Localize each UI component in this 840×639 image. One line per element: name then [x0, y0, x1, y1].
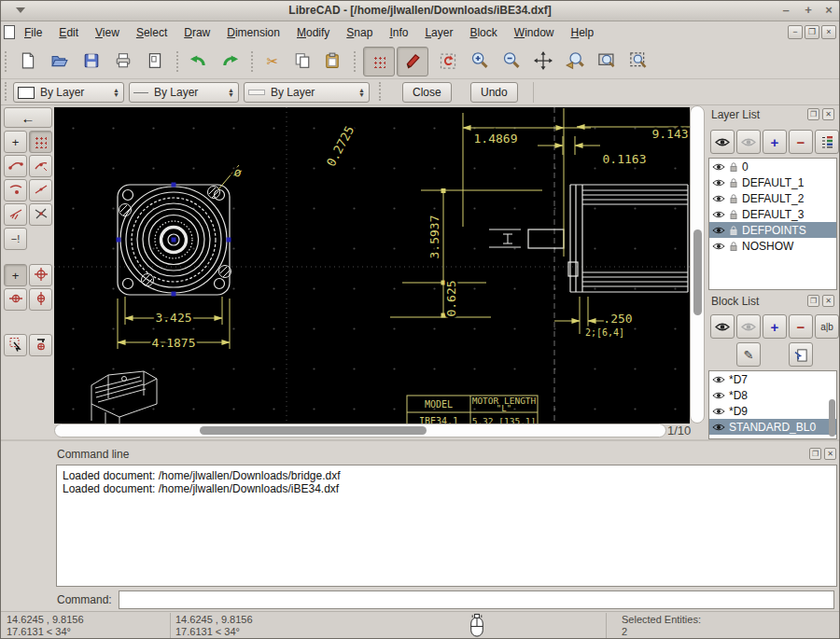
block-row[interactable]: *D8 [709, 387, 836, 403]
lock-relative-zero-button[interactable] [29, 334, 52, 356]
zoom-in-button[interactable] [464, 47, 496, 76]
layer-row[interactable]: NOSHOW [709, 238, 836, 254]
command-log[interactable]: Loaded document: /home/jlwallen/Download… [56, 465, 837, 587]
eye-icon[interactable] [712, 391, 725, 400]
previous-view-button[interactable] [559, 47, 591, 76]
layer-attributes-button[interactable] [815, 130, 839, 154]
restrict-horizontal-button[interactable] [4, 288, 27, 311]
menu-select[interactable]: Select [128, 21, 175, 44]
block-row-selected[interactable]: STANDARD_BL0 [709, 419, 836, 435]
eye-icon[interactable] [712, 407, 725, 416]
block-row[interactable]: *D9 [709, 403, 836, 419]
lock-icon[interactable] [729, 225, 738, 236]
close-panel-icon[interactable]: ✕ [822, 295, 834, 307]
float-panel-icon[interactable]: ❐ [807, 108, 819, 120]
draft-mode-button[interactable] [397, 47, 428, 76]
menu-window[interactable]: Window [506, 21, 563, 44]
layer-show-all-button[interactable] [710, 130, 735, 154]
block-show-all-button[interactable] [710, 314, 735, 339]
menu-view[interactable]: View [87, 21, 128, 44]
eye-icon[interactable] [712, 226, 725, 235]
auto-zoom-button[interactable] [527, 47, 559, 76]
insert-block-button[interactable] [789, 342, 813, 367]
drawing-canvas[interactable]: 3.425 4.1875 0.2725 1.4869 9.143 0.1163 … [54, 105, 690, 424]
mdi-minimize-icon[interactable]: − [788, 25, 803, 39]
copy-button[interactable] [287, 47, 318, 76]
lock-icon[interactable] [729, 241, 738, 252]
float-panel-icon[interactable]: ❐ [809, 448, 821, 460]
snap-on-entity-button[interactable] [29, 155, 52, 177]
save-button[interactable] [76, 47, 107, 76]
grid-toggle-button[interactable] [363, 47, 395, 76]
vertical-scroll-thumb[interactable] [693, 229, 702, 315]
close-icon[interactable]: × [820, 1, 837, 20]
edit-block-button[interactable]: ✎ [736, 342, 761, 367]
open-button[interactable] [44, 47, 76, 76]
eye-icon[interactable] [712, 210, 725, 219]
lock-icon[interactable] [729, 209, 738, 220]
menu-info[interactable]: Info [381, 21, 416, 44]
eye-icon[interactable] [712, 375, 725, 384]
layer-row[interactable]: DEFAULT_3 [709, 206, 836, 222]
redo-button[interactable] [215, 47, 246, 76]
menu-edit[interactable]: Edit [50, 21, 87, 44]
minimize-icon[interactable]: – [777, 1, 794, 20]
snap-middle-button[interactable] [29, 179, 52, 201]
restrict-nothing-button[interactable]: −! [4, 228, 27, 250]
snap-free-button[interactable]: + [4, 131, 27, 153]
menu-file[interactable]: File [16, 21, 50, 44]
zoom-out-button[interactable] [496, 47, 527, 76]
menu-snap[interactable]: Snap [338, 21, 381, 44]
layer-row[interactable]: DEFAULT_2 [709, 190, 836, 206]
paste-button[interactable] [316, 47, 348, 76]
layer-hide-all-button[interactable] [736, 130, 761, 154]
snap-grid-button[interactable] [29, 131, 52, 153]
canvas-horizontal-scrollbar[interactable] [54, 424, 666, 438]
pen-color-select[interactable]: By Layer ▲▼ [13, 82, 124, 103]
snap-center-button[interactable] [4, 179, 27, 201]
remove-layer-button[interactable]: − [789, 130, 813, 154]
close-drawing-button[interactable]: Close [402, 82, 452, 103]
lock-icon[interactable] [729, 161, 738, 173]
canvas-vertical-scrollbar[interactable] [690, 105, 705, 424]
layer-row[interactable]: DEFAULT_1 [709, 174, 836, 190]
menu-layer[interactable]: Layer [416, 21, 461, 44]
restrict-vertical-button[interactable] [29, 288, 52, 311]
float-panel-icon[interactable]: ❐ [807, 295, 819, 307]
remove-block-button[interactable]: − [789, 314, 813, 339]
menu-modify[interactable]: Modify [288, 21, 338, 44]
spin-arrows-icon[interactable]: ▲▼ [228, 88, 234, 97]
menu-help[interactable]: Help [562, 21, 602, 44]
command-input[interactable] [119, 590, 834, 609]
select-entity-button[interactable] [4, 334, 27, 356]
add-block-button[interactable]: + [763, 314, 787, 339]
block-hide-all-button[interactable] [736, 314, 761, 339]
add-layer-button[interactable]: + [763, 130, 787, 154]
zoom-window-button[interactable] [591, 47, 623, 76]
layer-row[interactable]: 0 [709, 159, 836, 174]
redraw-button[interactable] [432, 47, 464, 76]
eye-icon[interactable] [712, 242, 725, 251]
lock-icon[interactable] [729, 177, 738, 188]
close-panel-icon[interactable]: ✕ [822, 108, 834, 120]
undo-action-button[interactable]: Undo [470, 82, 518, 103]
back-button[interactable]: ← [4, 107, 52, 128]
print-preview-button[interactable] [139, 47, 171, 76]
menu-draw[interactable]: Draw [175, 21, 218, 44]
snap-intersection-button[interactable] [29, 203, 52, 226]
eye-icon[interactable] [712, 194, 725, 203]
mdi-close-icon[interactable]: × [821, 25, 836, 39]
close-panel-icon[interactable]: ✕ [824, 448, 836, 460]
new-button[interactable] [12, 47, 44, 76]
spin-arrows-icon[interactable]: ▲▼ [358, 88, 365, 97]
menu-dimension[interactable]: Dimension [218, 21, 288, 44]
title-bar[interactable]: LibreCAD - [/home/jlwallen/Downloads/iBE… [1, 1, 839, 21]
spin-arrows-icon[interactable]: ▲▼ [113, 88, 119, 97]
menu-block[interactable]: Block [461, 21, 505, 44]
toolbar-handle[interactable] [5, 82, 7, 101]
layer-row-selected[interactable]: DEFPOINTS [709, 222, 836, 238]
zoom-pan-button[interactable] [623, 47, 654, 76]
print-button[interactable] [107, 47, 139, 76]
eye-icon[interactable] [712, 423, 725, 432]
toolbar-handle[interactable] [5, 51, 7, 72]
